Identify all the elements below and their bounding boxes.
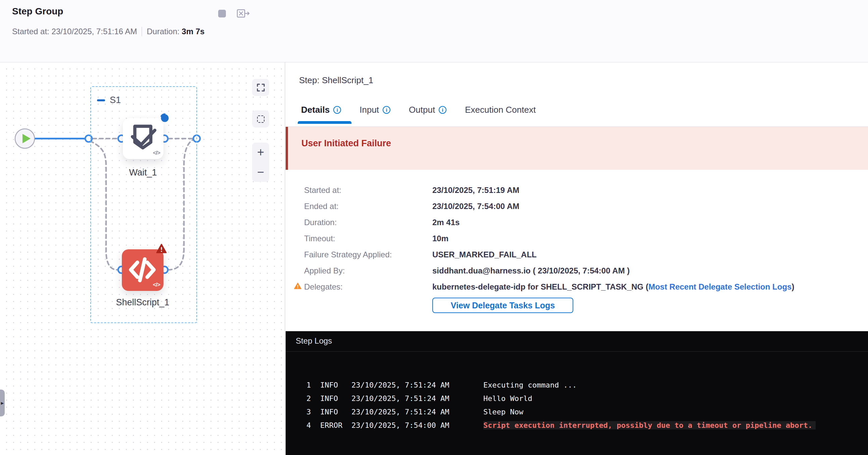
log-line: 3INFO23/10/2025, 7:51:24 AMSleep Now — [306, 405, 863, 418]
zoom-out-button[interactable]: − — [252, 162, 269, 182]
node-shellscript-1[interactable]: </> — [122, 249, 163, 291]
zoom-controls: + − — [252, 142, 269, 182]
detail-row-delegates: Delegates: kubernetes-delegate-idp for S… — [304, 279, 841, 295]
zoom-in-button[interactable]: + — [252, 142, 269, 162]
delegate-selection-logs-link[interactable]: Most Recent Delegate Selection Logs — [649, 282, 792, 291]
execution-meta: Started at: 23/10/2025, 7:51:16 AM Durat… — [12, 27, 205, 36]
step-details-panel: Step: ShellScript_1 Details i Input i Ou… — [286, 62, 868, 455]
code-glyph-icon: </> — [153, 150, 160, 156]
marquee-icon — [257, 116, 265, 123]
chevron-right-icon: ▶ — [1, 401, 4, 405]
stop-icon[interactable] — [218, 10, 226, 18]
tab-bar: Details i Input i Output i Execution Con… — [301, 105, 536, 115]
failure-banner: User Initiated Failure — [286, 127, 868, 170]
running-spinner-icon — [159, 113, 170, 124]
info-icon[interactable]: i — [333, 106, 341, 114]
console-divider — [286, 351, 868, 352]
failure-banner-text: User Initiated Failure — [302, 138, 391, 149]
detail-row: Applied By: siddhant.dua@harness.io ( 23… — [304, 263, 841, 279]
view-delegate-tasks-logs-button[interactable]: View Delegate Tasks Logs — [432, 298, 573, 313]
info-icon[interactable]: i — [383, 106, 391, 114]
meta-divider — [142, 27, 142, 36]
tab-execution-context[interactable]: Execution Context — [465, 105, 536, 115]
detail-row: Failure Strategy Applied: USER_MARKED_FA… — [304, 247, 841, 263]
details-list: Started at: 23/10/2025, 7:51:19 AM Ended… — [304, 182, 841, 295]
node-wait-1[interactable]: </> — [123, 118, 163, 159]
marquee-select-button[interactable] — [252, 110, 269, 128]
tab-details[interactable]: Details i — [301, 105, 341, 115]
log-line: 1INFO23/10/2025, 7:51:24 AMExecuting com… — [306, 378, 863, 392]
panel-divider — [285, 62, 285, 455]
delegate-warning-icon — [294, 282, 302, 290]
log-line: 2INFO23/10/2025, 7:51:24 AMHello World — [306, 392, 863, 405]
fullscreen-button[interactable] — [252, 79, 269, 96]
log-lines: 1INFO23/10/2025, 7:51:24 AMExecuting com… — [306, 378, 863, 432]
abort-export-icon[interactable] — [237, 8, 250, 19]
detail-row: Timeout: 10m — [304, 230, 841, 247]
step-logs-header: Step Logs — [286, 331, 868, 351]
step-group-label[interactable]: S1 — [97, 95, 121, 105]
duration-text: Duration: 3m 7s — [147, 27, 205, 36]
tab-input[interactable]: Input i — [360, 105, 391, 115]
step-logs-console[interactable]: Step Logs 1INFO23/10/2025, 7:51:24 AMExe… — [286, 331, 868, 455]
tab-output[interactable]: Output i — [409, 105, 446, 115]
collapse-icon[interactable] — [97, 99, 105, 101]
started-at-text: Started at: 23/10/2025, 7:51:16 AM — [12, 27, 137, 36]
node-label-wait-1: Wait_1 — [99, 167, 187, 178]
node-label-shellscript-1: ShellScript_1 — [99, 297, 186, 308]
active-tab-indicator — [298, 121, 351, 124]
step-group-header: Step Group Started at: 23/10/2025, 7:51:… — [0, 0, 868, 62]
pipeline-canvas[interactable]: S1 </> Wait_1 </> — [0, 62, 285, 455]
harness-step-group-execution-view: Step Group Started at: 23/10/2025, 7:51:… — [0, 0, 868, 455]
info-icon[interactable]: i — [439, 106, 446, 114]
step-logs-title: Step Logs — [296, 336, 332, 346]
code-glyph-icon: </> — [153, 282, 160, 288]
detail-row: Ended at: 23/10/2025, 7:54:00 AM — [304, 198, 841, 215]
step-group-name: S1 — [110, 95, 121, 105]
failed-warning-icon — [156, 243, 167, 254]
step-title: Step: ShellScript_1 — [299, 75, 373, 86]
detail-row: Duration: 2m 41s — [304, 215, 841, 230]
page-title: Step Group — [12, 6, 63, 17]
detail-row: Started at: 23/10/2025, 7:51:19 AM — [304, 182, 841, 198]
fullscreen-icon — [256, 83, 266, 92]
log-line-error: 4ERROR23/10/2025, 7:54:00 AMScript execu… — [306, 418, 863, 432]
drawer-expand-handle[interactable]: ▶ — [0, 390, 5, 416]
